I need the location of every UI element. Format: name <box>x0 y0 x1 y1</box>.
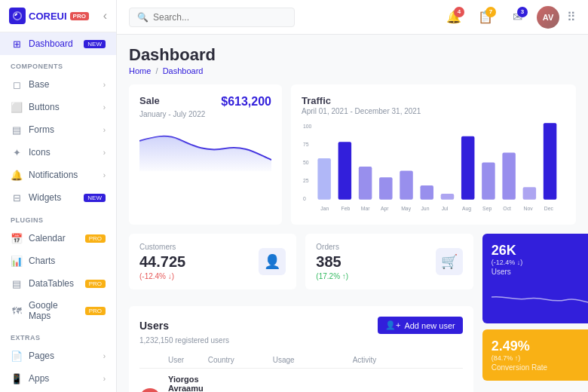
sidebar-item-widgets[interactable]: ⊟ Widgets NEW <box>0 186 116 209</box>
sidebar-item-label: Icons <box>29 147 97 158</box>
chevron-icon: › <box>103 352 106 360</box>
breadcrumb-current: Dashboard <box>163 66 204 75</box>
add-user-button[interactable]: 👤+ Add new user <box>378 317 463 334</box>
grid-icon[interactable]: ⠿ <box>567 10 576 24</box>
search-box[interactable]: 🔍 <box>129 8 295 27</box>
col-user: User <box>168 356 204 364</box>
svg-text:Aug: Aug <box>462 204 471 212</box>
calendar-badge: PRO <box>85 234 106 243</box>
breadcrumb-home[interactable]: Home <box>129 66 151 75</box>
svg-text:Mar: Mar <box>361 204 370 212</box>
sidebar-item-label: Dashboard <box>29 38 78 49</box>
sale-card: Sale $613,200 January - July 2022 <box>129 84 282 225</box>
svg-text:Feb: Feb <box>341 204 351 212</box>
users-subtitle: 1,232,150 registered users <box>139 336 463 345</box>
sidebar-item-googlemaps[interactable]: 🗺 Google Maps PRO <box>0 295 116 326</box>
search-input[interactable] <box>153 12 286 23</box>
datatables-icon: ▤ <box>11 277 23 289</box>
svg-text:Dec: Dec <box>544 204 553 212</box>
svg-rect-5 <box>317 158 331 200</box>
svg-text:Jul: Jul <box>442 204 449 212</box>
stat-customers: Customers 44.725 (-12.4% ↓) 👤 <box>129 234 296 289</box>
sidebar-item-label: Notifications <box>29 170 97 180</box>
svg-text:75: 75 <box>303 140 309 148</box>
col-activity: Activity <box>353 356 443 364</box>
sale-title: Sale <box>139 95 160 106</box>
sidebar-item-base[interactable]: ◻ Base › <box>0 73 116 96</box>
sidebar-item-label: Widgets <box>29 192 78 203</box>
sidebar-item-charts[interactable]: 📊 Charts <box>0 250 116 272</box>
widget-change: (-12.4% ↓) <box>492 259 523 266</box>
chevron-icon: › <box>103 81 106 89</box>
traffic-title: Traffic <box>302 95 565 106</box>
pages-icon: 📄 <box>11 350 23 362</box>
sidebar-item-label: DataTables <box>29 278 79 289</box>
section-plugins: PLUGINS <box>0 209 116 227</box>
user-info-ya: Yiorgos Avraamu New | Registered: Jan 1,… <box>168 375 204 392</box>
svg-rect-14 <box>502 152 516 199</box>
dashboard-badge: NEW <box>84 40 106 48</box>
logo: COREUI PRO <box>9 8 89 24</box>
orders-change: (17.2% ↑) <box>316 272 348 280</box>
svg-text:100: 100 <box>303 122 311 130</box>
dashboard-icon: ⊞ <box>11 38 23 50</box>
cards-row: Sale $613,200 January - July 2022 <box>129 84 576 225</box>
notifications-button[interactable]: 🔔 4 <box>442 5 466 29</box>
calendar-icon: 📅 <box>11 232 23 244</box>
orders-value: 385 <box>316 253 348 271</box>
users-widget: 26K (-12.4% ↓) Users ⋮ <box>482 234 588 323</box>
svg-text:Jan: Jan <box>320 204 329 212</box>
messages-badge: 3 <box>517 7 528 17</box>
orders-icon: 🛒 <box>441 253 458 270</box>
customers-icon: 👤 <box>264 253 280 270</box>
add-user-icon: 👤+ <box>385 320 400 330</box>
sidebar-toggle[interactable]: ‹ <box>103 9 107 23</box>
sidebar-item-datatables[interactable]: ▤ DataTables PRO <box>0 272 116 295</box>
coreui-logo-svg <box>12 11 23 21</box>
sidebar-item-apps[interactable]: 📱 Apps › <box>0 367 116 390</box>
col-usage: Usage <box>273 356 348 364</box>
forms-icon: ▤ <box>11 124 23 136</box>
content-area: Dashboard Home / Dashboard Sale $613,200… <box>117 35 588 392</box>
svg-text:May: May <box>401 204 411 212</box>
sidebar-item-dashboard[interactable]: ⊞ Dashboard NEW <box>0 32 116 55</box>
googlemaps-icon: 🗺 <box>11 305 23 317</box>
stats-row: Customers 44.725 (-12.4% ↓) 👤 Orders 385 <box>129 234 473 289</box>
users-title: Users <box>139 320 169 332</box>
widgets-badge: NEW <box>84 194 106 202</box>
orders-icon-box: 🛒 <box>436 248 463 275</box>
messages-button[interactable]: ✉ 3 <box>505 5 529 29</box>
widget-change: (84.7% ↑) <box>492 354 547 362</box>
traffic-card: Traffic April 01, 2021 - December 31, 20… <box>291 84 576 225</box>
svg-rect-16 <box>544 123 557 199</box>
sidebar-item-calendar[interactable]: 📅 Calendar PRO <box>0 227 116 250</box>
base-icon: ◻ <box>11 78 23 90</box>
svg-rect-10 <box>421 185 434 200</box>
user-name: Yiorgos Avraamu <box>168 375 204 392</box>
sidebar-item-buttons[interactable]: ⬜ Buttons › <box>0 96 116 118</box>
logo-badge: PRO <box>70 12 89 20</box>
sale-chart <box>139 126 271 171</box>
widget-value: 2.49% <box>492 338 547 354</box>
stat-left-orders: Orders 385 (17.2% ↑) <box>316 243 348 280</box>
page-title: Dashboard <box>129 45 576 65</box>
widget-column: 26K (-12.4% ↓) Users ⋮ 2.49% <box>482 234 588 392</box>
customers-change: (-12.4% ↓) <box>139 272 185 280</box>
sidebar-item-icons[interactable]: ✦ Icons › <box>0 141 116 164</box>
widget-value: 26K <box>492 243 523 259</box>
users-card: Users 👤+ Add new user 1,232,150 register… <box>129 306 473 392</box>
sidebar-item-notifications[interactable]: 🔔 Notifications › <box>0 164 116 186</box>
svg-rect-6 <box>338 142 352 199</box>
sidebar-item-forms[interactable]: ▤ Forms › <box>0 118 116 141</box>
widgets-icon: ⊟ <box>11 191 23 204</box>
logo-icon <box>9 8 26 24</box>
user-avatar[interactable]: AV <box>537 6 559 29</box>
traffic-date: April 01, 2021 - December 31, 2021 <box>302 107 565 115</box>
tasks-button[interactable]: 📋 7 <box>473 5 498 29</box>
table-header: User Country Usage Activity <box>139 352 463 369</box>
apps-icon: 📱 <box>11 372 23 384</box>
svg-text:Oct: Oct <box>503 204 511 212</box>
sale-amount: $613,200 <box>221 95 271 109</box>
sidebar-item-pages[interactable]: 📄 Pages › <box>0 345 116 367</box>
charts-icon: 📊 <box>11 255 23 267</box>
